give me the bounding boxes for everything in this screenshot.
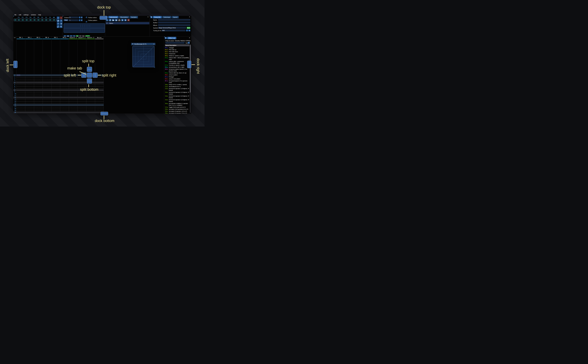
channel-header[interactable]: FM 6 xyxy=(60,37,69,39)
effect-list-row[interactable]: 0Bxx Jump to pattern xyxy=(165,74,190,76)
order-add-button[interactable]: + xyxy=(57,17,59,19)
pattern-row[interactable]: 12 xyxy=(13,97,104,98)
order-move-down-button[interactable] xyxy=(57,22,59,25)
pattern-row[interactable]: 16 xyxy=(13,104,104,106)
play-button[interactable] xyxy=(64,35,66,36)
effect-list-row[interactable]: 0Dxx Jump to next pattern xyxy=(165,78,190,80)
close-icon[interactable]: ✕ xyxy=(189,16,190,18)
song-name-input[interactable] xyxy=(158,19,190,21)
pattern-row[interactable]: 11 xyxy=(13,95,104,97)
channel-header[interactable]: FM 3 xyxy=(34,37,43,39)
orders-selected-row[interactable]: 00 00000000000000000000 xyxy=(14,19,56,21)
row-cells[interactable] xyxy=(17,95,104,97)
auto-system-button[interactable]: Auto xyxy=(187,27,190,29)
follow-orders-checkbox[interactable]: ✓ xyxy=(86,17,87,18)
step-decrease-button[interactable]: - xyxy=(79,19,80,21)
effect-list-tab[interactable]: Effect List xyxy=(167,37,176,39)
tab-list-dropdown-button[interactable] xyxy=(165,37,167,39)
effect-list-row[interactable]: 0Fxx Set speed (speed 2 if no grooves ex… xyxy=(165,80,190,84)
order-cell[interactable]: 00 xyxy=(21,19,25,21)
octave-increase-button[interactable]: + xyxy=(81,17,83,18)
close-icon[interactable]: ✕ xyxy=(147,16,149,18)
poly-toggle-button[interactable]: Poly xyxy=(85,35,90,36)
effect-list-scrollbar[interactable] xyxy=(190,44,191,113)
effect-search-input[interactable] xyxy=(165,42,185,44)
effect-list-row[interactable]: 08xy Set panning (x: left; y: right) xyxy=(165,66,190,68)
album-input[interactable] xyxy=(158,24,190,26)
order-column-header[interactable]: S2 xyxy=(44,17,48,18)
pattern-row[interactable]: 19 xyxy=(13,110,104,111)
row-cells[interactable] xyxy=(17,97,104,98)
row-cells[interactable] xyxy=(17,110,104,111)
effect-list-row[interactable]: 17xx Toggle PCM mode (LEGACY) xyxy=(165,106,190,108)
order-duplicate-button[interactable] xyxy=(57,20,59,22)
close-icon[interactable]: ✕ xyxy=(189,37,190,39)
effect-list-row[interactable]: 03xx Portamento xyxy=(165,53,190,55)
add-channel-button[interactable]: ++ xyxy=(14,37,16,39)
effect-list-row[interactable]: 10xy Setup LFO (x: enable; y: speed) xyxy=(165,84,190,85)
order-cell[interactable]: 00 xyxy=(44,19,48,21)
step-play-button[interactable] xyxy=(73,35,75,36)
system-input[interactable] xyxy=(158,27,186,29)
order-column-header[interactable]: F2 xyxy=(21,17,25,18)
effect-list-row[interactable]: 1Bxx Set attack of operator 2 (0 to 1F) xyxy=(165,112,190,113)
row-cells[interactable] xyxy=(17,102,104,104)
oscilloscope-titlebar[interactable]: Oscilloscope (X-Y) ✕ xyxy=(131,43,155,45)
order-cell[interactable]: 00 xyxy=(48,19,52,21)
row-cells[interactable] xyxy=(17,85,104,87)
instruments-tab[interactable]: Wavetables xyxy=(119,16,129,18)
row-cells[interactable] xyxy=(17,104,104,106)
effect-list-row[interactable]: 05xy Volume slide + vibrato (compatibili… xyxy=(165,57,190,60)
effect-list-row[interactable]: 15xx Set level of operator 4 (0 highest,… xyxy=(165,99,190,102)
play-pattern-button[interactable] xyxy=(67,35,69,36)
pattern-row[interactable]: 5 xyxy=(13,84,104,85)
effect-list-row[interactable]: 0Axy Volume slide (0y: down; x0: up) xyxy=(165,72,190,74)
effect-list-row[interactable]: 13xx Set level of operator 2 (0 highest,… xyxy=(165,91,190,95)
channel-header[interactable]: FM 1 xyxy=(17,37,25,39)
tuning-input[interactable] xyxy=(162,30,185,31)
collapse-triangle-icon[interactable] xyxy=(132,44,133,45)
step-label[interactable]: Step xyxy=(64,19,68,21)
record-button[interactable] xyxy=(76,35,79,36)
order-duplicate-end-button[interactable] xyxy=(60,22,63,25)
song-author-input[interactable] xyxy=(158,22,190,23)
instrument-folders-button[interactable] xyxy=(118,19,121,21)
dock-top-target[interactable] xyxy=(99,16,107,20)
row-cells[interactable] xyxy=(17,100,104,102)
order-cell[interactable]: 00 xyxy=(17,19,21,21)
effect-list-row[interactable]: 01xx Pitch slide up xyxy=(165,49,190,51)
row-cells[interactable] xyxy=(17,106,104,108)
duplicate-instrument-button[interactable] xyxy=(109,19,112,21)
split-top-target[interactable] xyxy=(87,67,92,72)
order-cell[interactable]: 00 xyxy=(25,19,29,21)
open-instrument-button[interactable] xyxy=(112,19,114,21)
menu-item[interactable]: edit xyxy=(18,14,22,16)
order-change-all-button[interactable] xyxy=(57,25,59,28)
order-column-header[interactable]: S1 xyxy=(40,17,44,18)
channel-header[interactable]: FM 4 xyxy=(43,37,51,39)
order-column-header[interactable]: F6 xyxy=(36,17,40,18)
pattern-row[interactable]: 20 xyxy=(13,111,104,113)
step-input[interactable] xyxy=(69,19,78,21)
name-column-header[interactable]: Name xyxy=(165,45,169,46)
order-remove-button[interactable]: − xyxy=(60,17,63,19)
pattern-row[interactable]: 18 xyxy=(13,108,104,110)
row-cells[interactable] xyxy=(17,111,104,113)
effect-list-row[interactable]: 16xy Set operator multiplier (x: operato… xyxy=(165,103,190,106)
effect-list-row[interactable]: 06xy Volume slide + portamento (compatib… xyxy=(165,60,190,64)
effect-list-row[interactable]: 19xx Set attack of all operators (0 to 1… xyxy=(165,108,190,110)
pattern-row[interactable]: 15 xyxy=(13,102,104,104)
effect-list-row[interactable]: 07xy Tremolo (x: speed; y: depth) xyxy=(165,64,190,66)
order-column-header[interactable]: F4 xyxy=(28,17,32,18)
instruments-tab[interactable]: Instruments xyxy=(108,16,119,18)
effect-list-row[interactable]: 12xx Set level of operator 1 (0 highest,… xyxy=(165,88,190,91)
repeat-pattern-button[interactable]: ↻ xyxy=(82,35,85,36)
instrument-list-item[interactable]: - None - xyxy=(106,22,149,24)
metronome-button[interactable] xyxy=(79,35,82,36)
step-increase-button[interactable]: + xyxy=(81,19,83,21)
channel-header[interactable]: Square 2 xyxy=(78,37,86,39)
follow-pattern-checkbox[interactable]: ✓ xyxy=(86,21,87,23)
instruments-tab[interactable]: Samples xyxy=(130,16,138,18)
order-column-header[interactable]: F5 xyxy=(33,17,36,18)
channel-header[interactable]: Square 3 xyxy=(86,37,95,39)
